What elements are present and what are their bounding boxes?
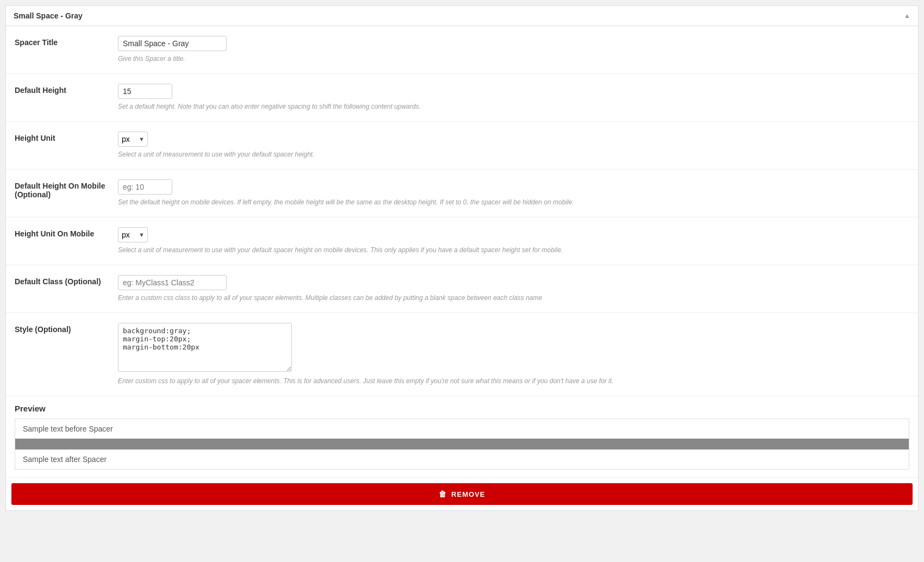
default-height-hint: Set a default height. Note that you can …	[118, 102, 909, 111]
style-section: Style (Optional) Enter custom css to app…	[6, 313, 918, 396]
spacer-title-label: Spacer Title	[15, 36, 118, 47]
preview-text-after: Sample text after Spacer	[15, 449, 909, 469]
default-height-mobile-input[interactable]	[118, 179, 172, 195]
height-unit-mobile-content: px em % ▼ Select a unit of measurement t…	[118, 227, 909, 255]
height-unit-mobile-section: Height Unit On Mobile px em % ▼ Select a…	[6, 217, 918, 265]
style-label: Style (Optional)	[15, 323, 118, 334]
default-class-hint: Enter a custom css class to apply to all…	[118, 293, 909, 303]
height-unit-hint: Select a unit of measurement to use with…	[118, 149, 909, 159]
preview-box: Sample text before Spacer Sample text af…	[15, 419, 909, 470]
preview-text-before: Sample text before Spacer	[15, 419, 909, 439]
panel-title: Small Space - Gray	[14, 11, 83, 20]
default-height-mobile-hint: Set the default height on mobile devices…	[118, 197, 909, 207]
style-hint: Enter custom css to apply to all of your…	[118, 376, 909, 386]
preview-title: Preview	[15, 404, 909, 413]
style-textarea[interactable]	[118, 323, 292, 372]
height-unit-section: Height Unit px em % ▼ Select a unit of m…	[6, 122, 918, 170]
height-unit-mobile-select[interactable]: px em %	[118, 228, 136, 242]
default-class-label: Default Class (Optional)	[15, 275, 118, 286]
default-class-section: Default Class (Optional) Enter a custom …	[6, 265, 918, 313]
default-class-content: Enter a custom css class to apply to all…	[118, 275, 909, 303]
spacer-title-input[interactable]	[118, 36, 227, 51]
height-unit-select[interactable]: px em %	[118, 132, 136, 146]
default-height-label: Default Height	[15, 84, 118, 95]
collapse-arrow-icon[interactable]: ▲	[904, 12, 910, 20]
default-height-input[interactable]	[118, 84, 172, 99]
remove-button[interactable]: 🗑 REMOVE	[11, 483, 913, 505]
spacer-title-content: Give this Spacer a title.	[118, 36, 909, 64]
spacer-title-section: Spacer Title Give this Spacer a title.	[6, 26, 918, 74]
trash-icon: 🗑	[439, 490, 447, 498]
height-unit-select-wrap: px em % ▼	[118, 132, 148, 147]
default-height-mobile-section: Default Height On Mobile (Optional) Set …	[6, 170, 918, 217]
height-unit-mobile-hint: Select a unit of measurement to use with…	[118, 245, 909, 255]
default-height-mobile-content: Set the default height on mobile devices…	[118, 179, 909, 207]
default-height-mobile-label: Default Height On Mobile (Optional)	[15, 179, 118, 199]
default-height-content: Set a default height. Note that you can …	[118, 84, 909, 111]
height-unit-mobile-label: Height Unit On Mobile	[15, 227, 118, 238]
default-class-input[interactable]	[118, 275, 227, 290]
height-unit-content: px em % ▼ Select a unit of measurement t…	[118, 132, 909, 159]
style-content: Enter custom css to apply to all of your…	[118, 323, 909, 386]
spacer-title-hint: Give this Spacer a title.	[118, 54, 909, 64]
height-unit-label: Height Unit	[15, 132, 118, 142]
preview-section: Preview Sample text before Spacer Sample…	[6, 396, 918, 478]
panel-header: Small Space - Gray ▲	[6, 6, 918, 26]
remove-button-wrap: 🗑 REMOVE	[6, 478, 918, 510]
settings-panel: Small Space - Gray ▲ Spacer Title Give t…	[5, 5, 919, 511]
remove-button-label: REMOVE	[451, 490, 485, 498]
preview-spacer	[15, 439, 909, 449]
default-height-section: Default Height Set a default height. Not…	[6, 74, 918, 122]
select-arrow-icon: ▼	[136, 136, 147, 142]
height-unit-mobile-select-wrap: px em % ▼	[118, 227, 148, 242]
select-arrow-mobile-icon: ▼	[136, 232, 147, 238]
